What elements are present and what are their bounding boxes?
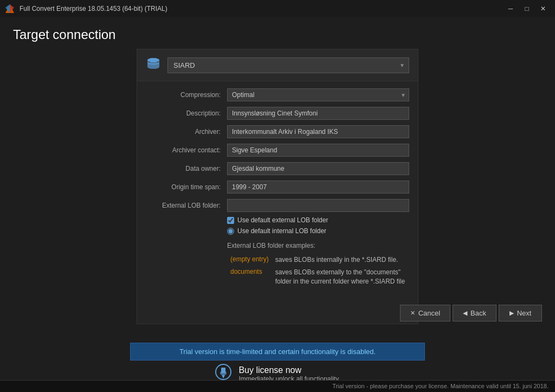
minimize-button[interactable]: ─ bbox=[503, 3, 518, 15]
back-button[interactable]: ◀ Back bbox=[453, 305, 496, 322]
compression-row: Compression: Optimal None Fast ▼ bbox=[137, 86, 418, 104]
form-body: Compression: Optimal None Fast ▼ Descrip… bbox=[137, 81, 418, 287]
archiver-label: Archiver: bbox=[146, 128, 227, 136]
external-lob-folder-row: External LOB folder: bbox=[137, 196, 418, 215]
lob-entry-desc-1: saves BLOBs internally in the *.SIARD fi… bbox=[272, 254, 409, 266]
svg-point-5 bbox=[147, 62, 159, 65]
data-owner-input[interactable] bbox=[227, 162, 409, 175]
table-row: documents saves BLOBs externally to the … bbox=[227, 266, 409, 287]
svg-point-4 bbox=[147, 58, 159, 62]
archiver-contact-label: Archiver contact: bbox=[146, 146, 227, 154]
database-icon bbox=[146, 56, 161, 74]
title-bar: Full Convert Enterprise 18.05.1453 (64-b… bbox=[0, 0, 555, 17]
next-icon: ▶ bbox=[509, 310, 514, 317]
archiver-contact-input[interactable] bbox=[227, 144, 409, 157]
lob-examples-table: (empty entry) saves BLOBs internally in … bbox=[227, 254, 409, 287]
close-button[interactable]: ✕ bbox=[535, 3, 551, 15]
archiver-input[interactable] bbox=[227, 125, 409, 138]
lob-entry-key-1: (empty entry) bbox=[227, 254, 272, 266]
svg-rect-7 bbox=[221, 368, 225, 373]
description-label: Description: bbox=[146, 110, 227, 117]
form-panel: SIARD ▼ Compression: Optimal None Fast ▼ bbox=[137, 49, 418, 324]
use-default-internal-lob-label[interactable]: Use default internal LOB folder bbox=[237, 227, 326, 235]
cancel-button[interactable]: ✕ Cancel bbox=[400, 305, 450, 322]
compression-select[interactable]: Optimal None Fast bbox=[227, 88, 409, 101]
cancel-icon: ✕ bbox=[410, 310, 415, 317]
use-default-internal-lob-radio[interactable] bbox=[227, 228, 234, 235]
trial-banner: Trial version is time-limited and certai… bbox=[130, 343, 425, 361]
main-content: SIARD ▼ Compression: Optimal None Fast ▼ bbox=[0, 49, 555, 324]
app-logo-icon bbox=[4, 3, 15, 14]
compression-label: Compression: bbox=[146, 91, 227, 99]
app-title: Full Convert Enterprise 18.05.1453 (64-b… bbox=[20, 5, 167, 12]
action-bar: ✕ Cancel ◀ Back ▶ Next bbox=[0, 298, 555, 328]
database-selector[interactable]: SIARD ▼ bbox=[167, 57, 409, 73]
maximize-button[interactable]: □ bbox=[519, 3, 534, 15]
window-controls: ─ □ ✕ bbox=[503, 3, 551, 15]
use-default-external-lob-checkbox[interactable] bbox=[227, 217, 234, 224]
use-default-external-lob-row: Use default external LOB folder bbox=[137, 215, 418, 226]
lob-examples-section: External LOB folder examples: (empty ent… bbox=[137, 236, 418, 287]
compression-select-wrapper[interactable]: Optimal None Fast ▼ bbox=[227, 88, 409, 101]
buy-title: Buy license now bbox=[238, 365, 340, 375]
svg-marker-8 bbox=[222, 375, 225, 378]
lob-examples-title: External LOB folder examples: bbox=[227, 242, 409, 249]
use-default-external-lob-label[interactable]: Use default external LOB folder bbox=[237, 216, 328, 224]
database-select[interactable]: SIARD bbox=[167, 57, 409, 73]
next-button[interactable]: ▶ Next bbox=[499, 305, 542, 322]
origin-time-span-label: Origin time span: bbox=[146, 183, 227, 191]
external-lob-folder-input[interactable] bbox=[227, 199, 409, 212]
back-icon: ◀ bbox=[463, 310, 467, 317]
external-lob-folder-label: External LOB folder: bbox=[146, 202, 227, 209]
use-default-internal-lob-row: Use default internal LOB folder bbox=[137, 226, 418, 236]
lob-entry-desc-2: saves BLOBs externally to the "documents… bbox=[272, 266, 409, 287]
page-title: Target connection bbox=[0, 17, 555, 49]
description-input[interactable] bbox=[227, 107, 409, 120]
data-owner-label: Data owner: bbox=[146, 165, 227, 172]
lob-entry-key-2: documents bbox=[227, 266, 272, 287]
origin-time-span-input[interactable] bbox=[227, 181, 409, 194]
table-row: (empty entry) saves BLOBs internally in … bbox=[227, 254, 409, 266]
status-bar: Trial version - please purchase your lic… bbox=[0, 380, 555, 392]
archiver-row: Archiver: bbox=[137, 123, 418, 141]
db-selector-row: SIARD ▼ bbox=[137, 49, 418, 81]
description-row: Description: bbox=[137, 104, 418, 123]
archiver-contact-row: Archiver contact: bbox=[137, 141, 418, 159]
origin-time-span-row: Origin time span: bbox=[137, 178, 418, 196]
data-owner-row: Data owner: bbox=[137, 159, 418, 178]
